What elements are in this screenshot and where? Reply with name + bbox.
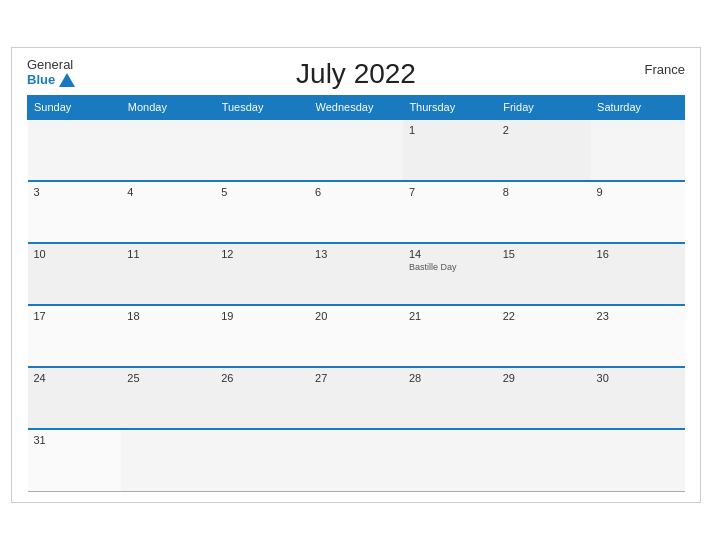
day-cell: 23: [591, 305, 685, 367]
weekday-header-friday: Friday: [497, 96, 591, 120]
day-number: 13: [315, 248, 397, 260]
calendar-header: General Blue July 2022 France: [27, 58, 685, 87]
day-cell: 1: [403, 119, 497, 181]
day-cell: [28, 119, 122, 181]
day-number: 26: [221, 372, 303, 384]
logo: General Blue: [27, 58, 75, 87]
day-cell: 26: [215, 367, 309, 429]
day-cell: [591, 119, 685, 181]
week-row-3: 17181920212223: [28, 305, 685, 367]
day-number: 3: [34, 186, 116, 198]
week-row-0: 12: [28, 119, 685, 181]
day-number: 8: [503, 186, 585, 198]
weekday-header-sunday: Sunday: [28, 96, 122, 120]
day-number: 15: [503, 248, 585, 260]
holiday-label: Bastille Day: [409, 262, 491, 272]
day-cell: [497, 429, 591, 491]
day-cell: [403, 429, 497, 491]
calendar-country: France: [645, 62, 685, 77]
day-number: 17: [34, 310, 116, 322]
day-cell: [121, 119, 215, 181]
day-number: 11: [127, 248, 209, 260]
day-number: 7: [409, 186, 491, 198]
weekday-header-saturday: Saturday: [591, 96, 685, 120]
day-number: 5: [221, 186, 303, 198]
day-cell: 14Bastille Day: [403, 243, 497, 305]
day-number: 30: [597, 372, 679, 384]
day-cell: 30: [591, 367, 685, 429]
day-number: 10: [34, 248, 116, 260]
day-number: 29: [503, 372, 585, 384]
weekday-header-thursday: Thursday: [403, 96, 497, 120]
day-cell: 19: [215, 305, 309, 367]
logo-general: General: [27, 58, 73, 72]
day-cell: 4: [121, 181, 215, 243]
day-cell: 16: [591, 243, 685, 305]
logo-blue: Blue: [27, 73, 75, 87]
day-cell: 18: [121, 305, 215, 367]
day-cell: 31: [28, 429, 122, 491]
day-number: 23: [597, 310, 679, 322]
day-cell: 2: [497, 119, 591, 181]
week-row-1: 3456789: [28, 181, 685, 243]
day-number: 2: [503, 124, 585, 136]
day-number: 6: [315, 186, 397, 198]
day-cell: [309, 119, 403, 181]
day-cell: 28: [403, 367, 497, 429]
day-cell: 20: [309, 305, 403, 367]
day-cell: 7: [403, 181, 497, 243]
day-cell: 8: [497, 181, 591, 243]
weekday-header-wednesday: Wednesday: [309, 96, 403, 120]
day-cell: 15: [497, 243, 591, 305]
day-number: 4: [127, 186, 209, 198]
day-cell: [215, 429, 309, 491]
day-cell: [309, 429, 403, 491]
day-number: 19: [221, 310, 303, 322]
weekday-header-monday: Monday: [121, 96, 215, 120]
day-number: 21: [409, 310, 491, 322]
week-row-2: 1011121314Bastille Day1516: [28, 243, 685, 305]
day-number: 27: [315, 372, 397, 384]
day-number: 12: [221, 248, 303, 260]
day-number: 20: [315, 310, 397, 322]
day-cell: 25: [121, 367, 215, 429]
logo-triangle-icon: [59, 73, 75, 87]
week-row-5: 31: [28, 429, 685, 491]
weekday-header-tuesday: Tuesday: [215, 96, 309, 120]
day-number: 18: [127, 310, 209, 322]
calendar-grid: SundayMondayTuesdayWednesdayThursdayFrid…: [27, 95, 685, 492]
day-number: 31: [34, 434, 116, 446]
day-cell: 12: [215, 243, 309, 305]
day-cell: 5: [215, 181, 309, 243]
day-number: 24: [34, 372, 116, 384]
day-cell: 11: [121, 243, 215, 305]
day-number: 28: [409, 372, 491, 384]
day-cell: 9: [591, 181, 685, 243]
day-cell: [591, 429, 685, 491]
day-number: 25: [127, 372, 209, 384]
logo-blue-text: Blue: [27, 73, 55, 87]
day-cell: 24: [28, 367, 122, 429]
calendar: General Blue July 2022 France SundayMond…: [11, 47, 701, 502]
day-cell: 3: [28, 181, 122, 243]
day-cell: 29: [497, 367, 591, 429]
day-cell: [121, 429, 215, 491]
week-row-4: 24252627282930: [28, 367, 685, 429]
day-cell: 17: [28, 305, 122, 367]
day-cell: 13: [309, 243, 403, 305]
day-cell: 27: [309, 367, 403, 429]
day-cell: 21: [403, 305, 497, 367]
day-number: 22: [503, 310, 585, 322]
day-number: 9: [597, 186, 679, 198]
calendar-title: July 2022: [296, 58, 416, 90]
day-cell: 10: [28, 243, 122, 305]
day-number: 14: [409, 248, 491, 260]
day-number: 16: [597, 248, 679, 260]
day-cell: 6: [309, 181, 403, 243]
weekday-header-row: SundayMondayTuesdayWednesdayThursdayFrid…: [28, 96, 685, 120]
day-number: 1: [409, 124, 491, 136]
day-cell: 22: [497, 305, 591, 367]
day-cell: [215, 119, 309, 181]
